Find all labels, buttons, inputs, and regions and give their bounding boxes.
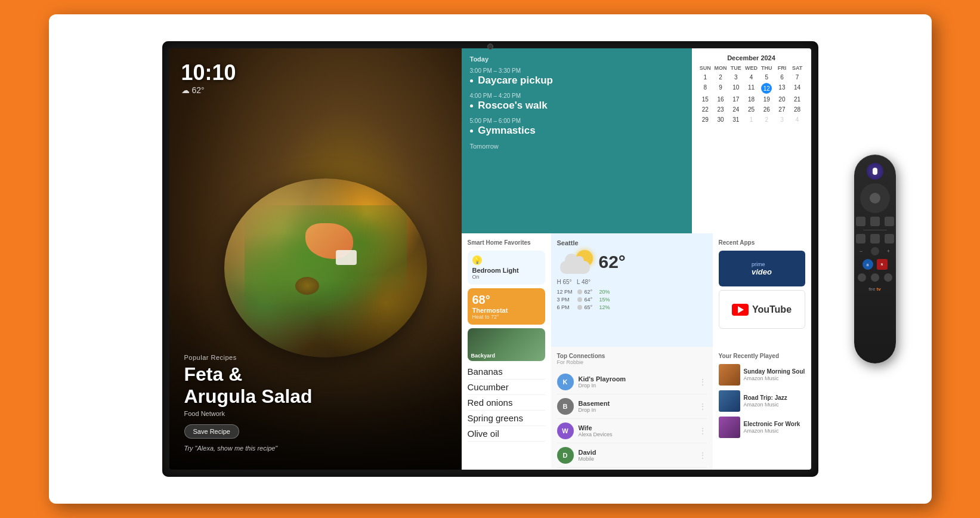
- cal-day-sat: SAT: [790, 65, 805, 71]
- connection-wife[interactable]: W Wife Alexa Devices ⋮: [557, 419, 707, 443]
- connection-more-david[interactable]: ⋮: [698, 451, 707, 460]
- calendar-widget: December 2024 SUN MON TUE WED THU FRI SA…: [692, 48, 811, 233]
- time-display: 10:10: [181, 60, 236, 85]
- thermostat-name: Thermostat: [472, 307, 540, 314]
- recent-apps-label: Recent Apps: [719, 239, 805, 246]
- forecast-time-2: 3 PM: [557, 297, 575, 303]
- save-recipe-button[interactable]: Save Recipe: [184, 424, 239, 439]
- forecast-time-1: 12 PM: [557, 289, 575, 295]
- feta-cheese: [336, 250, 357, 265]
- middle-row: Smart Home Favorites 💡 Bedroom Light On …: [462, 233, 811, 347]
- forecast-time-3: 6 PM: [557, 304, 575, 310]
- alexa-hint: Try "Alexa, show me this recipe": [184, 445, 447, 452]
- tomorrow-label: Tomorrow: [470, 143, 684, 150]
- cal-cell-7: 7: [790, 73, 805, 82]
- remote-divider: [863, 230, 887, 230]
- remote-select-button[interactable]: [870, 193, 880, 204]
- connection-more-playroom[interactable]: ⋮: [698, 377, 707, 387]
- remote-menu-button[interactable]: [885, 217, 894, 226]
- cal-cell-25: 25: [744, 105, 759, 114]
- connection-avatar-david: D: [557, 447, 574, 464]
- connection-more-wife[interactable]: ⋮: [698, 426, 707, 436]
- event-name-3: Gymnastics: [470, 125, 684, 137]
- forecast-temp-2: 64°: [585, 297, 599, 303]
- cal-cell-29: 29: [698, 115, 713, 124]
- music-item-2[interactable]: Road Trip: Jazz Amazon Music: [719, 390, 805, 412]
- cal-cell-30: 30: [713, 115, 728, 124]
- cal-cell-8: 8: [698, 83, 713, 94]
- weather-icon-area: 62°: [557, 250, 707, 274]
- remote-play-pause-button[interactable]: [870, 234, 880, 243]
- cal-cell-11: 11: [744, 83, 759, 94]
- event-dot-3: [470, 130, 473, 132]
- event-walk: 4:00 PM – 4:20 PM Roscoe's walk: [470, 92, 684, 112]
- mic-icon: [873, 168, 877, 175]
- cal-cell-jan4: 4: [790, 115, 805, 124]
- remote-nav-ring[interactable]: [860, 183, 890, 213]
- weather-city: Seattle: [557, 239, 707, 246]
- remote-control: − + a N fire tv: [854, 155, 896, 363]
- cal-cell-9: 9: [713, 83, 728, 94]
- music-source-3: Amazon Music: [744, 428, 800, 434]
- time-weather-overlay: 10:10 ☁ 62°: [181, 60, 236, 95]
- music-thumb-2: [719, 390, 740, 412]
- smart-camera-item[interactable]: Backyard: [468, 328, 545, 361]
- youtube-app[interactable]: YouTube: [719, 290, 805, 329]
- connection-more-basement[interactable]: ⋮: [698, 402, 707, 411]
- cal-cell-16: 16: [713, 95, 728, 104]
- remote-circle-1[interactable]: [858, 273, 866, 282]
- weather-lo: L 48°: [577, 279, 591, 285]
- calendar-grid: SUN MON TUE WED THU FRI SAT 1 2: [698, 65, 805, 124]
- light-status: On: [472, 274, 540, 280]
- prime-video-app[interactable]: prime video: [719, 251, 805, 286]
- firetv-label: fire tv: [868, 286, 880, 292]
- forecast-pct-1: 20%: [599, 289, 610, 295]
- connection-name-wife: Wife: [579, 424, 613, 431]
- forecast-dot-2: [577, 297, 582, 302]
- remote-mic-button[interactable]: [867, 163, 883, 180]
- music-item-1[interactable]: Sunday Morning Soul Amazon Music: [719, 364, 805, 386]
- connection-info-wife: Wife Alexa Devices: [579, 424, 613, 437]
- remote-mute-button[interactable]: [871, 247, 879, 255]
- weather-cloud-icon: [557, 250, 593, 274]
- remote-back-button[interactable]: [856, 217, 865, 226]
- connection-david[interactable]: D David Mobile ⋮: [557, 443, 707, 468]
- remote-amazon-button[interactable]: a: [862, 259, 873, 270]
- recently-played-label: Your Recently Played: [719, 353, 805, 359]
- remote-row-1: [856, 217, 894, 226]
- music-title-3: Electronic For Work: [744, 421, 800, 428]
- cal-week-2: 8 9 10 11 12 13 14: [698, 83, 805, 94]
- cal-cell-20: 20: [774, 95, 790, 104]
- left-panel: 10:10 ☁ 62° Popular Recipes Feta &Arugul…: [169, 48, 462, 470]
- prime-logo-text: video: [752, 267, 772, 276]
- tv-screen: 10:10 ☁ 62° Popular Recipes Feta &Arugul…: [169, 48, 811, 470]
- remote-circle-2[interactable]: [871, 273, 879, 282]
- cal-cell-12-today[interactable]: 12: [761, 83, 772, 94]
- remote-circle-3[interactable]: [884, 273, 892, 282]
- remote-vol-down-button[interactable]: −: [857, 248, 866, 254]
- connection-status-david: Mobile: [579, 456, 596, 462]
- connection-status-wife: Alexa Devices: [579, 431, 613, 437]
- cal-cell-24: 24: [728, 105, 744, 114]
- camera-label: Backyard: [471, 353, 496, 359]
- remote-fast-forward-button[interactable]: [885, 234, 894, 243]
- connection-playroom[interactable]: K Kid's Playroom Drop In ⋮: [557, 370, 707, 394]
- smart-thermostat-item[interactable]: 68° Thermostat Heat to 72°: [468, 288, 545, 325]
- remote-rewind-button[interactable]: [856, 234, 865, 243]
- fire-text: fire: [868, 286, 876, 292]
- shopping-item-red-onions: Red onions: [468, 395, 545, 411]
- forecast-row-2: 3 PM 64° 15%: [557, 297, 707, 303]
- event-dot-2: [470, 104, 473, 107]
- youtube-play-icon: [738, 306, 744, 313]
- remote-vol-up-button[interactable]: +: [884, 248, 894, 254]
- connection-info-david: David Mobile: [579, 449, 596, 462]
- forecast-temp-1: 62°: [585, 289, 599, 295]
- remote-home-button[interactable]: [870, 217, 880, 226]
- music-item-3[interactable]: Electronic For Work Amazon Music: [719, 417, 805, 438]
- remote-netflix-button[interactable]: N: [877, 259, 888, 270]
- smart-light-item[interactable]: 💡 Bedroom Light On: [468, 251, 545, 285]
- forecast-row-1: 12 PM 62° 20%: [557, 289, 707, 295]
- cal-day-tue: TUE: [728, 65, 744, 71]
- connection-basement[interactable]: B Basement Drop In ⋮: [557, 394, 707, 419]
- smart-home-label: Smart Home Favorites: [468, 239, 545, 246]
